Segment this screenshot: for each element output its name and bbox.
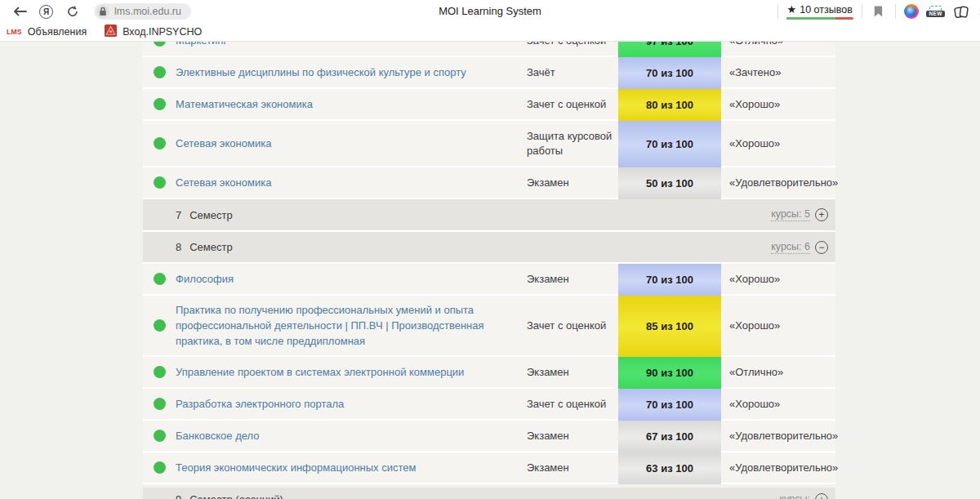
course-row: Сетевая экономика Защита курсовой работы… [143, 121, 835, 167]
score-cell: 85 из 100 [618, 296, 721, 357]
grade-text: «Хорошо» [729, 98, 780, 110]
collections-icon[interactable] [953, 3, 969, 20]
status-dot-icon [154, 273, 166, 285]
grade-text: «Хорошо» [729, 273, 780, 285]
site-rating[interactable]: ★ 10 отзывов [786, 3, 853, 20]
browser-toolbar: Я lms.moi.edu.ru MOI Learning System ★ 1… [0, 0, 980, 23]
score-cell: 80 из 100 [618, 89, 721, 121]
toggle-icon[interactable]: − [815, 241, 828, 254]
bookmark-item-inpsycho[interactable]: Вход.INPSYCHO [105, 25, 202, 39]
grades-table: Маркетинг Зачет с оценкой 97 из 100 «Отл… [143, 42, 835, 499]
semester-header-row[interactable]: 7 Семестр курсы: 5 + [143, 199, 835, 232]
course-row: Управление проектом в системах электронн… [143, 357, 835, 389]
bookmark-flag-icon[interactable] [871, 3, 887, 20]
course-row: Философия Экзамен 70 из 100 «Хорошо» [143, 264, 835, 296]
grade-text: «Зачтено» [729, 66, 781, 78]
course-row: Элективные дисциплины по физической куль… [143, 57, 835, 89]
status-dot-icon [154, 319, 166, 332]
yandex-icon[interactable]: Я [39, 5, 53, 19]
semester-number: 7 [176, 209, 181, 221]
extension-icon[interactable] [904, 4, 919, 19]
courses-count-link[interactable]: курсы: 6 [771, 241, 810, 254]
bookmark-item-announcements[interactable]: LMS Объявления [7, 26, 87, 38]
bookmark-label: Вход.INPSYCHO [122, 26, 202, 38]
course-link[interactable]: Элективные дисциплины по физической куль… [176, 60, 496, 85]
status-dot-icon [154, 398, 166, 410]
rating-bar-positive [786, 17, 835, 20]
course-row: Маркетинг Зачет с оценкой 97 из 100 «Отл… [143, 42, 835, 57]
control-type: Экзамен [527, 272, 615, 287]
score-cell: 70 из 100 [618, 264, 721, 296]
star-icon: ★ [787, 3, 797, 16]
semester-header-row[interactable]: 9 Семестр (осенний) курсы: + [143, 488, 835, 499]
score-cell: 67 из 100 [618, 421, 721, 452]
course-link[interactable]: Сетевая экономика [176, 170, 496, 195]
yandex-letter: Я [43, 7, 49, 16]
refresh-icon[interactable] [65, 3, 81, 20]
course-row: Сетевая экономика Экзамен 50 из 100 «Удо… [143, 167, 835, 199]
status-dot-icon [154, 430, 166, 442]
course-row: Банковское дело Экзамен 67 из 100 «Удовл… [143, 421, 835, 452]
lock-icon [96, 5, 109, 18]
inpsycho-favicon [105, 25, 117, 39]
control-type: Защита курсовой работы [527, 129, 615, 158]
url-text: lms.moi.edu.ru [114, 6, 181, 17]
grade-text: «Удовлетворительно» [729, 176, 838, 189]
status-dot-icon [154, 66, 166, 78]
toggle-icon[interactable]: + [815, 493, 828, 499]
score-cell: 70 из 100 [618, 121, 721, 167]
control-type: Экзамен [527, 461, 615, 475]
address-bar[interactable]: lms.moi.edu.ru [94, 3, 191, 20]
course-link[interactable]: Сетевая экономика [176, 131, 496, 156]
lms-favicon: LMS [7, 28, 22, 36]
status-dot-icon [154, 42, 166, 47]
control-type: Зачет с оценкой [527, 42, 615, 48]
grade-text: «Хорошо» [729, 398, 780, 410]
score-cell: 70 из 100 [618, 57, 721, 89]
bookmarks-bar: LMS Объявления Вход.INPSYCHO [0, 23, 980, 42]
course-row: Теория экономических информационных сист… [143, 452, 835, 484]
rating-text: 10 отзывов [800, 4, 853, 16]
status-dot-icon [154, 98, 166, 110]
grade-text: «Хорошо» [729, 137, 780, 149]
course-link[interactable]: Философия [176, 266, 496, 292]
control-type: Экзамен [527, 176, 615, 190]
course-link[interactable]: Математическая экономика [176, 91, 496, 117]
control-type: Зачет с оценкой [527, 97, 615, 112]
status-dot-icon [154, 176, 166, 189]
grade-text: «Удовлетворительно» [729, 461, 838, 474]
bookmark-label: Объявления [28, 26, 87, 38]
course-row: Разработка электронного портала Зачет с … [143, 389, 835, 421]
course-link[interactable]: Разработка электронного портала [176, 391, 496, 417]
control-type: Экзамен [527, 365, 615, 380]
back-icon[interactable] [11, 3, 28, 20]
semester-number: 9 [176, 493, 181, 499]
status-dot-icon [154, 461, 166, 474]
semester-label: Семестр (осенний) [189, 493, 283, 499]
courses-count-link[interactable]: курсы: [780, 493, 810, 499]
courses-count-link[interactable]: курсы: 5 [771, 208, 810, 221]
control-type: Зачет с оценкой [527, 319, 615, 333]
score-cell: 97 из 100 [618, 42, 721, 57]
grade-text: «Удовлетворительно» [729, 430, 838, 442]
toggle-icon[interactable]: + [815, 208, 828, 221]
score-cell: 90 из 100 [618, 357, 721, 389]
rating-bar [786, 17, 853, 20]
course-link[interactable]: Банковское дело [176, 423, 496, 448]
status-dot-icon [154, 137, 166, 149]
grade-text: «Хорошо» [729, 319, 780, 332]
course-link[interactable]: Теория экономических информационных сист… [176, 455, 496, 480]
course-link[interactable]: Управление проектом в системах электронн… [176, 359, 496, 385]
toolbar-divider [895, 4, 896, 19]
course-link[interactable]: Маркетинг [176, 42, 496, 53]
semester-header-row[interactable]: 8 Семестр курсы: 6 − [143, 232, 835, 264]
control-type: Зачет с оценкой [527, 397, 615, 412]
screenshot-new-icon[interactable]: NEW [927, 6, 945, 18]
page-content: Маркетинг Зачет с оценкой 97 из 100 «Отл… [0, 42, 980, 499]
status-dot-icon [154, 366, 166, 378]
course-row: Математическая экономика Зачет с оценкой… [143, 89, 835, 121]
course-link[interactable]: Практика по получению профессиональных у… [176, 297, 496, 354]
toolbar-divider [862, 4, 862, 19]
semester-label: Семестр [189, 241, 232, 253]
course-row: Практика по получению профессиональных у… [143, 296, 835, 357]
